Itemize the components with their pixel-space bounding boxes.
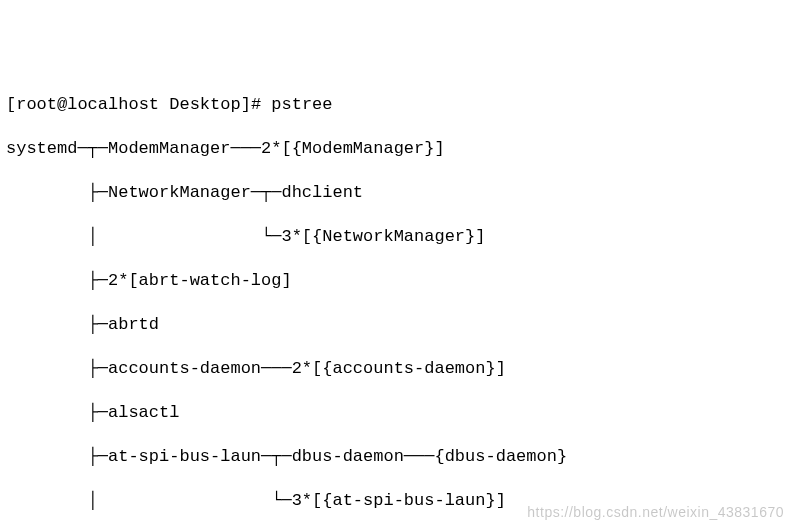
tree-line: ├─abrtd <box>6 314 792 336</box>
prompt-at: @ <box>57 95 67 114</box>
prompt-user: root <box>16 95 57 114</box>
prompt-symbol: # <box>251 95 261 114</box>
prompt-close: ] <box>241 95 251 114</box>
tree-line: ├─2*[abrt-watch-log] <box>6 270 792 292</box>
prompt-open: [ <box>6 95 16 114</box>
prompt-host: localhost <box>67 95 159 114</box>
tree-line: ├─NetworkManager─┬─dhclient <box>6 182 792 204</box>
prompt-space <box>159 95 169 114</box>
prompt-command: pstree <box>271 95 332 114</box>
prompt-cwd: Desktop <box>169 95 240 114</box>
tree-line: systemd─┬─ModemManager───2*[{ModemManage… <box>6 138 792 160</box>
prompt-space2 <box>261 95 271 114</box>
tree-line: ├─accounts-daemon───2*[{accounts-daemon}… <box>6 358 792 380</box>
tree-line: ├─at-spi-bus-laun─┬─dbus-daemon───{dbus-… <box>6 446 792 468</box>
tree-line: │ └─3*[{NetworkManager}] <box>6 226 792 248</box>
tree-line: ├─alsactl <box>6 402 792 424</box>
prompt-line: [root@localhost Desktop]# pstree <box>6 94 792 116</box>
watermark: https://blog.csdn.net/weixin_43831670 <box>527 501 784 523</box>
